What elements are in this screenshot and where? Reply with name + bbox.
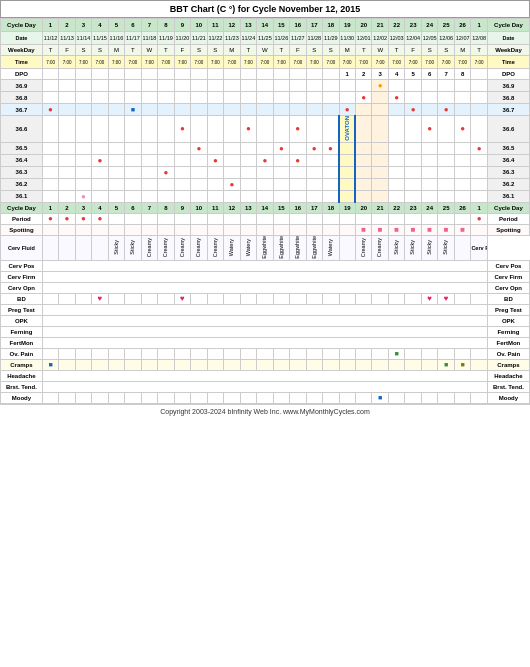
date-7: 11/18 bbox=[141, 32, 157, 45]
temp-label-363-right: 36.3 bbox=[487, 166, 529, 178]
temp-dot-11: ● bbox=[213, 156, 218, 165]
wd-11: S bbox=[207, 45, 223, 56]
temp-dot-26: ● bbox=[460, 124, 465, 133]
cerv-fluid-row: Cerv Fluid Sticky Sticky Creamy Creamy C… bbox=[1, 235, 530, 260]
date-1: 11/12 bbox=[42, 32, 58, 45]
ferning-label: Ferning bbox=[1, 326, 43, 337]
date-label-right: Date bbox=[487, 32, 529, 45]
headache-label-right: Headache bbox=[487, 370, 529, 381]
date-17: 11/28 bbox=[306, 32, 322, 45]
dpo-26: 8 bbox=[454, 69, 470, 80]
cf-7: Creamy bbox=[147, 238, 153, 257]
temp-dot-27: ● bbox=[477, 144, 482, 153]
bd-label-right: BD bbox=[487, 293, 529, 304]
time-row: Time 7:00 7:00 7:00 7:00 7:00 7:00 7:00 … bbox=[1, 56, 530, 69]
chart-title: BBT Chart (C °) for Cycle November 12, 2… bbox=[0, 0, 530, 18]
temp-dot-12: ● bbox=[229, 180, 234, 189]
temp-dot-8: ● bbox=[163, 168, 168, 177]
cd-6: 6 bbox=[125, 19, 141, 32]
time-24: 7:00 bbox=[421, 56, 437, 69]
date-15: 11/26 bbox=[273, 32, 289, 45]
wd-17: S bbox=[306, 45, 322, 56]
fertmon-row: FertMon FertMon bbox=[1, 337, 530, 348]
temp-dot-13: ● bbox=[246, 124, 251, 133]
dpo-12 bbox=[224, 69, 240, 80]
dpo-8 bbox=[158, 69, 174, 80]
wd-8: T bbox=[158, 45, 174, 56]
time-6: 7:00 bbox=[125, 56, 141, 69]
ov-pain-22: ■ bbox=[395, 350, 399, 357]
cd-7: 7 bbox=[141, 19, 157, 32]
date-19: 11/30 bbox=[339, 32, 355, 45]
wd-26: M bbox=[454, 45, 470, 56]
wd-9: F bbox=[174, 45, 190, 56]
temp-dot-24: ● bbox=[427, 124, 432, 133]
cd-24: 24 bbox=[421, 19, 437, 32]
temp-dot-3: ● bbox=[81, 192, 86, 201]
dpo-15 bbox=[273, 69, 289, 80]
time-7: 7:00 bbox=[141, 56, 157, 69]
time-11: 7:00 bbox=[207, 56, 223, 69]
cf-20: Creamy bbox=[361, 238, 367, 257]
dpo-21: 3 bbox=[372, 69, 388, 80]
dpo-4 bbox=[92, 69, 108, 80]
wd-2: F bbox=[59, 45, 75, 56]
temp-label-369-right: 36.9 bbox=[487, 80, 529, 92]
dpo-label: DPO bbox=[1, 69, 43, 80]
ferning-row: Ferning Ferning bbox=[1, 326, 530, 337]
wd-next1: T bbox=[471, 45, 487, 56]
cycle-day-header-row: Cycle Day 1 2 3 4 5 6 7 8 9 10 11 12 13 … bbox=[1, 19, 530, 32]
wd-10: S bbox=[191, 45, 207, 56]
cerv-pos-row: Cerv Pos Cerv Pos bbox=[1, 260, 530, 271]
weekday-row: WeekDay T F S S M T W T F S S M T W T F … bbox=[1, 45, 530, 56]
bd-heart-24: ♥ bbox=[427, 294, 432, 303]
bd-heart-4: ♥ bbox=[98, 294, 103, 303]
time-16: 7:00 bbox=[290, 56, 306, 69]
cramps-label: Cramps bbox=[1, 359, 43, 370]
spotting-dot-20: ■ bbox=[361, 225, 366, 234]
cd-19: 19 bbox=[339, 19, 355, 32]
wd-12: M bbox=[224, 45, 240, 56]
cerv-fluid-label: Cerv Fluid bbox=[1, 235, 43, 260]
cramps-label-right: Cramps bbox=[487, 359, 529, 370]
brst-tend-label: Brst. Tend. bbox=[1, 381, 43, 392]
wd-19: M bbox=[339, 45, 355, 56]
time-8: 7:00 bbox=[158, 56, 174, 69]
temp-dot-21: ● bbox=[378, 81, 383, 90]
temp-label-364: 36.4 bbox=[1, 154, 43, 166]
temp-label-367-right: 36.7 bbox=[487, 104, 529, 116]
cycle-day-bottom-row: Cycle Day 1 2 3 4 5 6 7 8 9 10 11 12 13 … bbox=[1, 202, 530, 213]
temp-square-6: ■ bbox=[131, 106, 135, 113]
cd-11: 11 bbox=[207, 19, 223, 32]
cd-1: 1 bbox=[42, 19, 58, 32]
period-dot-2: ● bbox=[65, 214, 70, 223]
dpo-18 bbox=[323, 69, 339, 80]
cf-9: Creamy bbox=[180, 238, 186, 257]
temp-dot-4: ● bbox=[98, 156, 103, 165]
dpo-22: 4 bbox=[388, 69, 404, 80]
date-2: 11/13 bbox=[59, 32, 75, 45]
cf-15: Eggwhite bbox=[279, 236, 285, 259]
cf-8: Creamy bbox=[163, 238, 169, 257]
spotting-dot-22: ■ bbox=[394, 225, 399, 234]
wd-22: T bbox=[388, 45, 404, 56]
cd-16: 16 bbox=[290, 19, 306, 32]
wd-4: S bbox=[92, 45, 108, 56]
headache-row: Headache Headache bbox=[1, 370, 530, 381]
cf-11: Creamy bbox=[213, 238, 219, 257]
time-10: 7:00 bbox=[191, 56, 207, 69]
cd-8: 8 bbox=[158, 19, 174, 32]
date-14: 11/25 bbox=[257, 32, 273, 45]
dpo-24: 6 bbox=[421, 69, 437, 80]
spotting-dot-25: ■ bbox=[444, 225, 449, 234]
dpo-7 bbox=[141, 69, 157, 80]
cf-23: Sticky bbox=[410, 240, 416, 255]
moody-row: Moody ■ bbox=[1, 392, 530, 403]
time-4: 7:00 bbox=[92, 56, 108, 69]
time-5: 7:00 bbox=[108, 56, 124, 69]
temp-label-362: 36.2 bbox=[1, 178, 43, 190]
date-label: Date bbox=[1, 32, 43, 45]
cerv-firm-row: Cerv Firm Cerv Firm bbox=[1, 271, 530, 282]
period-dot-3: ● bbox=[81, 214, 86, 223]
date-22: 12/03 bbox=[388, 32, 404, 45]
